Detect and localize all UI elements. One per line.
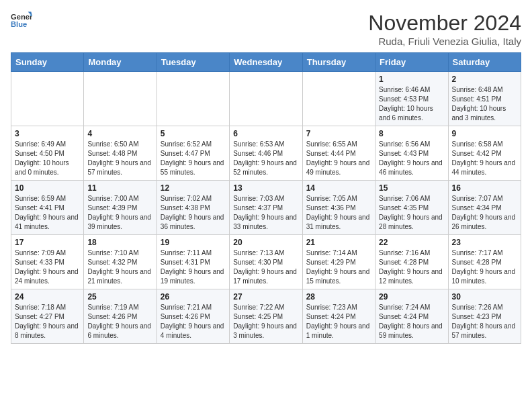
svg-text:Blue: Blue (11, 20, 27, 28)
day-info: Sunrise: 7:11 AM Sunset: 4:31 PM Dayligh… (161, 248, 226, 286)
day-number: 20 (233, 238, 298, 247)
day-info: Sunrise: 7:24 AM Sunset: 4:24 PM Dayligh… (379, 303, 444, 340)
calendar-cell: 12Sunrise: 7:02 AM Sunset: 4:38 PM Dayli… (157, 181, 229, 235)
day-info: Sunrise: 7:17 AM Sunset: 4:28 PM Dayligh… (452, 248, 517, 286)
day-info: Sunrise: 7:16 AM Sunset: 4:28 PM Dayligh… (379, 248, 444, 286)
calendar-week-row: 17Sunrise: 7:09 AM Sunset: 4:33 PM Dayli… (11, 235, 521, 289)
day-info: Sunrise: 7:23 AM Sunset: 4:24 PM Dayligh… (306, 303, 371, 340)
weekday-header-sunday: Sunday (11, 53, 84, 72)
day-info: Sunrise: 7:00 AM Sunset: 4:39 PM Dayligh… (87, 194, 152, 232)
calendar-cell: 26Sunrise: 7:21 AM Sunset: 4:26 PM Dayli… (157, 289, 229, 344)
calendar-cell: 3Sunrise: 6:49 AM Sunset: 4:50 PM Daylig… (11, 126, 84, 181)
day-info: Sunrise: 7:14 AM Sunset: 4:29 PM Dayligh… (306, 248, 371, 286)
day-info: Sunrise: 6:58 AM Sunset: 4:42 PM Dayligh… (452, 140, 517, 177)
day-number: 30 (452, 292, 517, 302)
page-header: General Blue November 2024 Ruda, Friuli … (11, 11, 521, 47)
day-info: Sunrise: 7:05 AM Sunset: 4:36 PM Dayligh… (306, 194, 371, 232)
day-number: 17 (15, 238, 80, 247)
day-info: Sunrise: 6:53 AM Sunset: 4:46 PM Dayligh… (233, 140, 298, 177)
day-info: Sunrise: 6:52 AM Sunset: 4:47 PM Dayligh… (161, 140, 226, 177)
calendar-cell: 7Sunrise: 6:55 AM Sunset: 4:44 PM Daylig… (302, 126, 375, 181)
day-number: 26 (161, 292, 226, 302)
day-number: 6 (233, 129, 298, 138)
calendar-cell: 24Sunrise: 7:18 AM Sunset: 4:27 PM Dayli… (11, 289, 84, 344)
day-info: Sunrise: 7:21 AM Sunset: 4:26 PM Dayligh… (161, 303, 226, 340)
day-info: Sunrise: 7:22 AM Sunset: 4:25 PM Dayligh… (233, 303, 298, 340)
day-info: Sunrise: 7:19 AM Sunset: 4:26 PM Dayligh… (87, 303, 152, 340)
calendar-cell: 19Sunrise: 7:11 AM Sunset: 4:31 PM Dayli… (157, 235, 229, 289)
calendar-cell: 6Sunrise: 6:53 AM Sunset: 4:46 PM Daylig… (230, 126, 302, 181)
calendar-cell: 22Sunrise: 7:16 AM Sunset: 4:28 PM Dayli… (375, 235, 448, 289)
calendar-week-row: 10Sunrise: 6:59 AM Sunset: 4:41 PM Dayli… (11, 181, 521, 235)
day-info: Sunrise: 7:09 AM Sunset: 4:33 PM Dayligh… (15, 248, 80, 286)
calendar-cell (157, 72, 229, 126)
day-number: 19 (161, 238, 226, 247)
day-number: 25 (87, 292, 152, 302)
day-info: Sunrise: 7:10 AM Sunset: 4:32 PM Dayligh… (87, 248, 152, 286)
day-number: 8 (379, 129, 444, 138)
weekday-header-saturday: Saturday (448, 53, 521, 72)
calendar-cell: 5Sunrise: 6:52 AM Sunset: 4:47 PM Daylig… (157, 126, 229, 181)
weekday-header-thursday: Thursday (302, 53, 375, 72)
day-number: 21 (306, 238, 371, 247)
calendar-cell: 20Sunrise: 7:13 AM Sunset: 4:30 PM Dayli… (230, 235, 302, 289)
logo-icon: General Blue (11, 11, 32, 30)
calendar-cell: 13Sunrise: 7:03 AM Sunset: 4:37 PM Dayli… (230, 181, 302, 235)
day-number: 3 (15, 129, 80, 138)
calendar-week-row: 3Sunrise: 6:49 AM Sunset: 4:50 PM Daylig… (11, 126, 521, 181)
day-number: 22 (379, 238, 444, 247)
calendar-cell: 30Sunrise: 7:26 AM Sunset: 4:23 PM Dayli… (448, 289, 521, 344)
calendar-cell: 15Sunrise: 7:06 AM Sunset: 4:35 PM Dayli… (375, 181, 448, 235)
calendar-cell: 16Sunrise: 7:07 AM Sunset: 4:34 PM Dayli… (448, 181, 521, 235)
day-number: 16 (452, 183, 517, 193)
calendar-cell: 11Sunrise: 7:00 AM Sunset: 4:39 PM Dayli… (84, 181, 157, 235)
day-number: 9 (452, 129, 517, 138)
day-number: 11 (87, 183, 152, 193)
page-title: November 2024 (368, 11, 521, 36)
calendar-cell: 1Sunrise: 6:46 AM Sunset: 4:53 PM Daylig… (375, 72, 448, 126)
calendar-cell (11, 72, 84, 126)
day-info: Sunrise: 7:13 AM Sunset: 4:30 PM Dayligh… (233, 248, 298, 286)
calendar-table: SundayMondayTuesdayWednesdayThursdayFrid… (11, 52, 521, 344)
day-number: 1 (379, 75, 444, 84)
calendar-week-row: 24Sunrise: 7:18 AM Sunset: 4:27 PM Dayli… (11, 289, 521, 344)
calendar-cell: 18Sunrise: 7:10 AM Sunset: 4:32 PM Dayli… (84, 235, 157, 289)
day-number: 28 (306, 292, 371, 302)
calendar-cell (84, 72, 157, 126)
page-subtitle: Ruda, Friuli Venezia Giulia, Italy (368, 36, 521, 47)
title-section: November 2024 Ruda, Friuli Venezia Giuli… (368, 11, 521, 47)
day-number: 27 (233, 292, 298, 302)
calendar-cell: 14Sunrise: 7:05 AM Sunset: 4:36 PM Dayli… (302, 181, 375, 235)
day-info: Sunrise: 6:49 AM Sunset: 4:50 PM Dayligh… (15, 140, 80, 177)
calendar-cell: 29Sunrise: 7:24 AM Sunset: 4:24 PM Dayli… (375, 289, 448, 344)
calendar-cell: 10Sunrise: 6:59 AM Sunset: 4:41 PM Dayli… (11, 181, 84, 235)
day-info: Sunrise: 7:03 AM Sunset: 4:37 PM Dayligh… (233, 194, 298, 232)
day-number: 12 (161, 183, 226, 193)
calendar-cell: 17Sunrise: 7:09 AM Sunset: 4:33 PM Dayli… (11, 235, 84, 289)
weekday-header-monday: Monday (84, 53, 157, 72)
calendar-cell: 28Sunrise: 7:23 AM Sunset: 4:24 PM Dayli… (302, 289, 375, 344)
calendar-cell: 4Sunrise: 6:50 AM Sunset: 4:48 PM Daylig… (84, 126, 157, 181)
day-number: 15 (379, 183, 444, 193)
day-number: 14 (306, 183, 371, 193)
day-number: 24 (15, 292, 80, 302)
day-info: Sunrise: 6:56 AM Sunset: 4:43 PM Dayligh… (379, 140, 444, 177)
calendar-cell: 8Sunrise: 6:56 AM Sunset: 4:43 PM Daylig… (375, 126, 448, 181)
day-number: 23 (452, 238, 517, 247)
calendar-week-row: 1Sunrise: 6:46 AM Sunset: 4:53 PM Daylig… (11, 72, 521, 126)
day-info: Sunrise: 6:48 AM Sunset: 4:51 PM Dayligh… (452, 85, 517, 123)
weekday-header-row: SundayMondayTuesdayWednesdayThursdayFrid… (11, 53, 521, 72)
calendar-cell: 23Sunrise: 7:17 AM Sunset: 4:28 PM Dayli… (448, 235, 521, 289)
calendar-cell: 2Sunrise: 6:48 AM Sunset: 4:51 PM Daylig… (448, 72, 521, 126)
day-number: 7 (306, 129, 371, 138)
day-number: 2 (452, 75, 517, 84)
day-info: Sunrise: 6:55 AM Sunset: 4:44 PM Dayligh… (306, 140, 371, 177)
day-number: 5 (161, 129, 226, 138)
day-info: Sunrise: 6:59 AM Sunset: 4:41 PM Dayligh… (15, 194, 80, 232)
svg-text:General: General (11, 13, 32, 21)
calendar-cell: 9Sunrise: 6:58 AM Sunset: 4:42 PM Daylig… (448, 126, 521, 181)
day-info: Sunrise: 6:50 AM Sunset: 4:48 PM Dayligh… (87, 140, 152, 177)
day-info: Sunrise: 7:07 AM Sunset: 4:34 PM Dayligh… (452, 194, 517, 232)
calendar-cell: 25Sunrise: 7:19 AM Sunset: 4:26 PM Dayli… (84, 289, 157, 344)
calendar-cell: 21Sunrise: 7:14 AM Sunset: 4:29 PM Dayli… (302, 235, 375, 289)
